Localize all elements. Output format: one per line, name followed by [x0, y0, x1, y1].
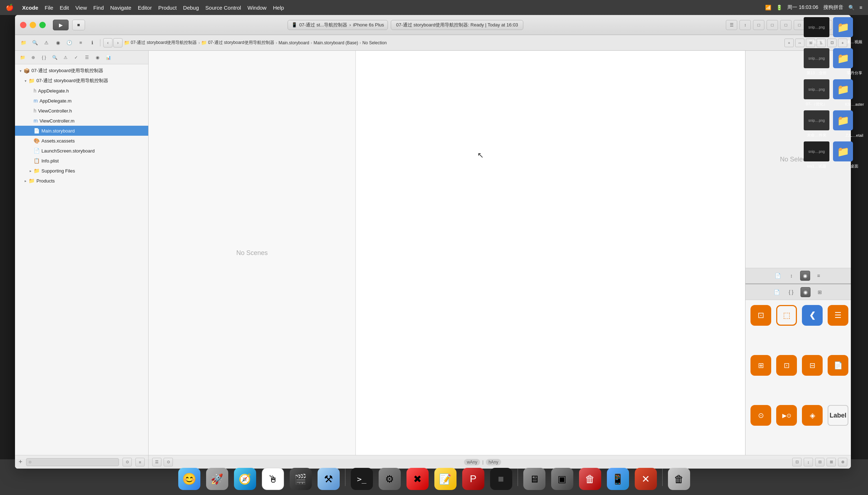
dock-simulator[interactable]: 📱	[605, 464, 631, 490]
add-file-icon[interactable]: +	[784, 39, 794, 47]
stop-button[interactable]: ■	[72, 20, 85, 30]
breadcrumb-4[interactable]: Main.storyboard (Base)	[314, 40, 358, 45]
menu-help[interactable]: Help	[273, 5, 284, 11]
inspector-toggle-2[interactable]: □	[767, 20, 778, 30]
tree-item-appdelegate-h[interactable]: h AppDelegate.h	[15, 86, 148, 96]
dock-finder[interactable]: 😊	[176, 464, 202, 490]
breadcrumb-folder-2[interactable]: 📁 07-通过 storyboard使用导航控制器	[201, 40, 274, 46]
lib-item-scenekit[interactable]: ◈	[800, 404, 824, 451]
dock-dvdplayer[interactable]: 🎬	[288, 464, 314, 490]
sidebar-tab-reports[interactable]: 📊	[104, 53, 113, 62]
breadcrumb-2[interactable]: 07-通过 storyboard使用导航控制器	[208, 40, 274, 46]
control-center-icon[interactable]: ≡	[859, 5, 862, 10]
info-icon[interactable]: ℹ	[87, 38, 97, 48]
folder-4[interactable]: 📁	[833, 110, 853, 130]
breakpoint-icon[interactable]: ◉	[53, 38, 63, 48]
lib-item-viewcontroller[interactable]: ⊡	[749, 304, 773, 351]
search-toolbar-icon[interactable]: 🔍	[30, 38, 40, 48]
menu-find[interactable]: Find	[93, 5, 104, 11]
lib-item-splitviewcontroller[interactable]: ⊟	[800, 354, 824, 401]
folder-1[interactable]: 📁	[833, 17, 853, 37]
inspector-toggle-1[interactable]: □	[753, 20, 764, 30]
navigator-toggle[interactable]: ☰	[726, 20, 737, 30]
dock-remotedesktop[interactable]: 🖥	[522, 464, 547, 490]
dock-stickies[interactable]: 📝	[433, 464, 458, 490]
menu-debug[interactable]: Debug	[183, 5, 199, 11]
folder-3[interactable]: 📁	[833, 79, 853, 99]
tree-item-assets[interactable]: 🎨 Assets.xcassets	[15, 136, 148, 146]
lib-item-navcontroller[interactable]: ❮	[800, 304, 824, 351]
sidebar-tab-debug[interactable]: ☰	[82, 53, 91, 62]
canvas-area[interactable]: ↖	[356, 51, 745, 455]
debug-toggle[interactable]: ↕	[739, 20, 751, 30]
lib-item-glkit[interactable]: ⊙	[749, 404, 773, 451]
dock-blackthing[interactable]: ■	[488, 464, 514, 490]
nav-back-button[interactable]: ‹	[103, 38, 113, 48]
menu-source-control[interactable]: Source Control	[205, 5, 241, 11]
tree-item-main-storyboard[interactable]: 📄 Main.storyboard	[15, 126, 148, 136]
tree-item-viewcontroller-m[interactable]: m ViewController.m	[15, 116, 148, 126]
scheme-selector[interactable]: 📱 07-通过 st...导航控制器 › iPhone 6s Plus	[288, 20, 388, 30]
dock-pp[interactable]: P	[460, 464, 486, 490]
tree-item-supporting-files[interactable]: 📁 Supporting Files	[15, 166, 148, 176]
lib-item-avkit[interactable]: ▶⊙	[775, 404, 798, 451]
history-icon[interactable]: 🕐	[64, 38, 74, 48]
menu-file[interactable]: File	[45, 5, 53, 11]
sidebar-tab-find[interactable]: 🔍	[50, 53, 59, 62]
lib-tab-braces[interactable]: { }	[786, 287, 796, 297]
tree-item-appdelegate-m[interactable]: m AppDelegate.m	[15, 96, 148, 106]
dock-mousepose[interactable]: 🖱	[260, 464, 286, 490]
dock-prefs[interactable]: ⚙	[377, 464, 403, 490]
navigator-icon[interactable]: 📁	[19, 38, 29, 48]
lib-item-storyboard-ref[interactable]: ⬚	[775, 304, 798, 351]
lib-tab-grid[interactable]: ⊞	[815, 287, 825, 297]
dock-xmind[interactable]: ✕	[633, 464, 659, 490]
dock-vmware[interactable]: ▣	[549, 464, 575, 490]
lib-item-tabbarcontroller[interactable]: ⊡	[775, 354, 798, 401]
dock-xcode[interactable]: ⚒	[316, 464, 341, 490]
inspector-tab-list[interactable]: ≡	[814, 271, 824, 281]
inspector-tab-circle[interactable]: ◉	[800, 271, 810, 281]
inspector-toggle-3[interactable]: □	[780, 20, 792, 30]
dock-safari[interactable]: 🧭	[232, 464, 258, 490]
nav-forward-button[interactable]: ›	[113, 38, 123, 48]
dock-mindnode[interactable]: ✖	[405, 464, 430, 490]
sidebar-tab-breakpoints[interactable]: ◉	[93, 53, 102, 62]
tree-item-project-root[interactable]: 📦 07-通过 storyboard使用导航控制器	[15, 66, 148, 76]
warning-icon[interactable]: ⚠	[41, 38, 51, 48]
sidebar-tab-issues[interactable]: ⚠	[61, 53, 70, 62]
sidebar-tab-symbols[interactable]: { }	[39, 53, 49, 62]
tree-item-launchscreen[interactable]: 📄 LaunchScreen.storyboard	[15, 146, 148, 156]
lib-item-tableviewcontroller[interactable]: ☰	[826, 304, 850, 351]
lib-item-collectionviewcontroller[interactable]: ⊞	[749, 354, 773, 401]
breadcrumb-1[interactable]: 07-通过 storyboard使用导航控制器	[131, 40, 197, 46]
inspector-tab-file[interactable]: 📄	[773, 271, 783, 281]
lib-tab-file[interactable]: 📄	[772, 287, 782, 297]
dock-launchpad[interactable]: 🚀	[204, 464, 230, 490]
lib-tab-cube[interactable]: ◉	[800, 287, 810, 297]
folder-5[interactable]: 📁	[833, 141, 853, 161]
tree-item-main-group[interactable]: 📁 07-通过 storyboard使用导航控制器	[15, 76, 148, 86]
menu-xcode[interactable]: Xcode	[22, 5, 38, 11]
menu-view[interactable]: View	[75, 5, 87, 11]
tree-item-infoplist[interactable]: 📋 Info.plist	[15, 156, 148, 166]
tree-item-products[interactable]: 📁 Products	[15, 176, 148, 186]
dock-terminal[interactable]: >_	[349, 464, 375, 490]
close-button[interactable]	[20, 22, 26, 28]
lib-item-pageviewcontroller[interactable]: 📄	[826, 354, 850, 401]
breadcrumb-folder-1[interactable]: 📁 07-通过 storyboard使用导航控制器	[124, 40, 197, 46]
sidebar-tab-files[interactable]: 📁	[18, 53, 27, 62]
tree-item-viewcontroller-h[interactable]: h ViewController.h	[15, 106, 148, 116]
menu-product[interactable]: Product	[158, 5, 177, 11]
inspector-tab-arrows[interactable]: ↕	[787, 271, 797, 281]
breadcrumb-3[interactable]: Main.storyboard	[279, 40, 309, 45]
menu-editor[interactable]: Editor	[138, 5, 152, 11]
maximize-button[interactable]	[39, 22, 46, 28]
menu-edit[interactable]: Edit	[60, 5, 69, 11]
breadcrumb-5[interactable]: No Selection	[363, 40, 387, 45]
run-button[interactable]: ▶	[53, 20, 69, 30]
lib-item-label[interactable]: Label	[826, 404, 850, 451]
dock-appcleaner[interactable]: 🗑	[577, 464, 603, 490]
sidebar-tab-vcs[interactable]: ⊕	[29, 53, 38, 62]
menu-navigate[interactable]: Navigate	[110, 5, 131, 11]
